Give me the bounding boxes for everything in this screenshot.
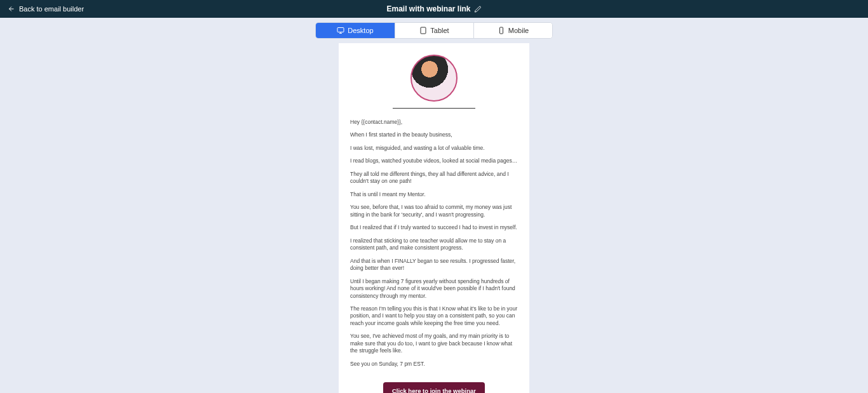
divider — [393, 108, 475, 109]
page-title-wrap: Email with webinar link — [386, 4, 481, 13]
tablet-icon — [419, 27, 427, 34]
arrow-left-icon — [8, 5, 15, 13]
email-paragraph: When I first started in the beauty busin… — [350, 131, 518, 138]
email-paragraph: You see, I've achieved most of my goals,… — [350, 333, 518, 354]
edit-icon[interactable] — [475, 6, 482, 13]
email-paragraph: Hey {{contact.name}}, — [350, 119, 518, 126]
email-paragraph: You see, before that, I was too afraid t… — [350, 204, 518, 218]
email-paragraph: I realized that sticking to one teacher … — [350, 237, 518, 252]
svg-rect-0 — [337, 28, 344, 32]
mode-switch: Desktop Tablet Mobile — [315, 22, 553, 39]
email-paragraph: The reason I'm telling you this is that … — [350, 305, 518, 327]
email-paragraph: See you on Sunday, 7 pm EST. — [350, 361, 518, 368]
mode-desktop-button[interactable]: Desktop — [316, 23, 395, 38]
desktop-icon — [337, 27, 344, 34]
avatar-image — [410, 55, 458, 102]
email-paragraph: That is until I meant my Mentor. — [350, 191, 518, 198]
mode-mobile-button[interactable]: Mobile — [473, 23, 552, 38]
email-paragraph: And that is when I FINALLY began to see … — [350, 258, 518, 272]
back-label: Back to email builder — [19, 5, 84, 13]
back-to-builder-link[interactable]: Back to email builder — [8, 5, 84, 13]
email-paragraph: I read blogs, watched youtube videos, lo… — [350, 157, 518, 164]
mode-desktop-label: Desktop — [348, 27, 373, 34]
mode-bar: Desktop Tablet Mobile — [0, 18, 868, 43]
preview-scroll-area[interactable]: Hey {{contact.name}}, When I first start… — [0, 43, 868, 393]
hero — [339, 55, 529, 112]
email-paragraph: But I realized that if I truly wanted to… — [350, 224, 518, 231]
email-paragraph: I was lost, misguided, and wasting a lot… — [350, 145, 518, 152]
cta-wrap: Click here to join the webinar — [339, 380, 529, 393]
page-title: Email with webinar link — [386, 4, 470, 13]
mode-mobile-label: Mobile — [508, 27, 529, 34]
email-body: Hey {{contact.name}}, When I first start… — [339, 43, 529, 393]
mobile-icon — [498, 27, 505, 34]
email-paragraph: Until I began making 7 figures yearly wi… — [350, 278, 518, 300]
email-paragraph: They all told me different things, they … — [350, 171, 518, 185]
mode-tablet-button[interactable]: Tablet — [395, 23, 473, 38]
top-bar: Back to email builder Email with webinar… — [0, 0, 868, 18]
svg-rect-5 — [499, 27, 503, 34]
join-webinar-button[interactable]: Click here to join the webinar — [383, 382, 485, 393]
mode-tablet-label: Tablet — [430, 27, 449, 34]
svg-rect-3 — [421, 27, 426, 34]
email-content: Hey {{contact.name}}, When I first start… — [339, 112, 529, 380]
